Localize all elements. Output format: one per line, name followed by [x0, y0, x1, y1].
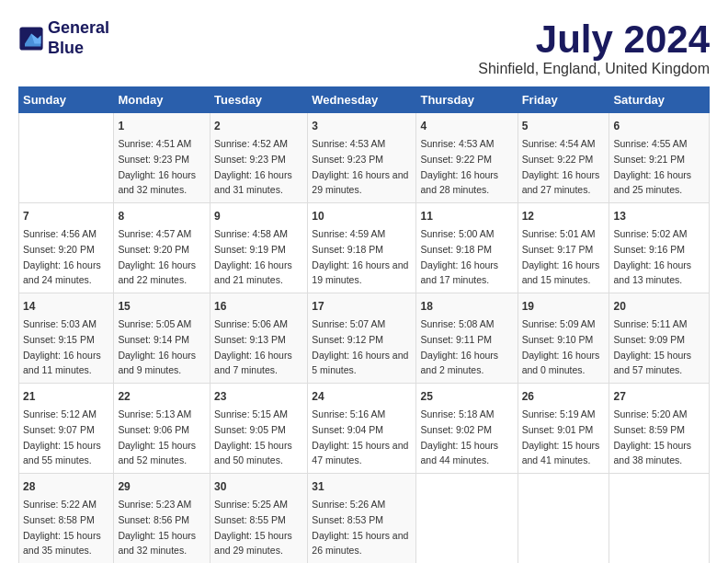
sunset-text: Sunset: 9:05 PM	[214, 424, 286, 435]
daylight-text: Daylight: 16 hours and 13 minutes.	[613, 259, 691, 286]
day-number: 2	[214, 118, 303, 134]
weekday-header: Wednesday	[308, 87, 416, 113]
weekday-header: Friday	[518, 87, 609, 113]
calendar-cell: 2Sunrise: 4:52 AMSunset: 9:23 PMDaylight…	[210, 113, 308, 203]
day-number: 23	[214, 388, 303, 405]
page-header: GeneralBlue July 2024 Shinfield, England…	[18, 18, 710, 77]
day-number: 12	[522, 208, 606, 224]
sunrise-text: Sunrise: 4:59 AM	[312, 228, 385, 239]
calendar-cell: 4Sunrise: 4:53 AMSunset: 9:22 PMDaylight…	[416, 113, 518, 203]
day-number: 1	[118, 118, 206, 134]
calendar-cell: 5Sunrise: 4:54 AMSunset: 9:22 PMDaylight…	[518, 113, 609, 203]
calendar-cell: 9Sunrise: 4:58 AMSunset: 9:19 PMDaylight…	[210, 203, 308, 293]
daylight-text: Daylight: 16 hours and 7 minutes.	[214, 350, 292, 376]
sunset-text: Sunset: 9:18 PM	[420, 244, 492, 255]
sunrise-text: Sunrise: 4:54 AM	[522, 138, 596, 149]
main-title: July 2024	[478, 18, 710, 61]
sunrise-text: Sunrise: 5:08 AM	[420, 318, 494, 329]
daylight-text: Daylight: 16 hours and 9 minutes.	[118, 350, 196, 376]
calendar-cell: 13Sunrise: 5:02 AMSunset: 9:16 PMDayligh…	[609, 203, 710, 293]
sunset-text: Sunset: 9:06 PM	[118, 424, 189, 435]
sunrise-text: Sunrise: 4:51 AM	[118, 138, 191, 149]
calendar-cell: 20Sunrise: 5:11 AMSunset: 9:09 PMDayligh…	[609, 293, 710, 384]
daylight-text: Daylight: 15 hours and 32 minutes.	[118, 530, 196, 557]
calendar-cell	[518, 474, 609, 563]
sunrise-text: Sunrise: 5:23 AM	[118, 499, 191, 510]
calendar-cell: 22Sunrise: 5:13 AMSunset: 9:06 PMDayligh…	[114, 384, 210, 474]
daylight-text: Daylight: 15 hours and 26 minutes.	[312, 530, 408, 557]
daylight-text: Daylight: 16 hours and 2 minutes.	[420, 350, 498, 376]
sunrise-text: Sunrise: 5:13 AM	[118, 408, 191, 419]
daylight-text: Daylight: 16 hours and 32 minutes.	[118, 169, 196, 196]
day-number: 17	[312, 298, 412, 315]
calendar-cell: 30Sunrise: 5:25 AMSunset: 8:55 PMDayligh…	[210, 474, 308, 563]
sunrise-text: Sunrise: 4:53 AM	[312, 138, 385, 149]
day-number: 10	[312, 208, 412, 224]
weekday-header: Tuesday	[210, 87, 308, 113]
calendar-cell	[19, 113, 114, 203]
calendar-week-row: 7Sunrise: 4:56 AMSunset: 9:20 PMDaylight…	[19, 203, 710, 293]
sunrise-text: Sunrise: 4:55 AM	[613, 138, 687, 149]
day-number: 6	[613, 118, 705, 134]
sunrise-text: Sunrise: 5:20 AM	[613, 408, 687, 419]
calendar-cell: 31Sunrise: 5:26 AMSunset: 8:53 PMDayligh…	[308, 474, 416, 563]
sunset-text: Sunset: 9:11 PM	[420, 334, 492, 345]
sunset-text: Sunset: 9:15 PM	[23, 334, 95, 345]
title-block: July 2024 Shinfield, England, United Kin…	[478, 18, 710, 77]
daylight-text: Daylight: 16 hours and 24 minutes.	[23, 259, 101, 286]
daylight-text: Daylight: 16 hours and 19 minutes.	[312, 259, 408, 286]
sunset-text: Sunset: 9:12 PM	[312, 334, 383, 345]
weekday-header-row: SundayMondayTuesdayWednesdayThursdayFrid…	[19, 87, 710, 113]
weekday-header: Saturday	[609, 87, 710, 113]
sunset-text: Sunset: 9:14 PM	[118, 334, 189, 345]
day-number: 8	[118, 208, 206, 224]
sunset-text: Sunset: 9:02 PM	[420, 424, 492, 435]
calendar-cell: 26Sunrise: 5:19 AMSunset: 9:01 PMDayligh…	[518, 384, 609, 474]
calendar-cell: 24Sunrise: 5:16 AMSunset: 9:04 PMDayligh…	[308, 384, 416, 474]
daylight-text: Daylight: 15 hours and 47 minutes.	[312, 440, 408, 466]
daylight-text: Daylight: 15 hours and 35 minutes.	[23, 530, 101, 557]
calendar-cell: 11Sunrise: 5:00 AMSunset: 9:18 PMDayligh…	[416, 203, 518, 293]
sunrise-text: Sunrise: 5:19 AM	[522, 408, 596, 419]
sunrise-text: Sunrise: 5:11 AM	[613, 318, 687, 329]
calendar-cell: 7Sunrise: 4:56 AMSunset: 9:20 PMDaylight…	[19, 203, 114, 293]
subtitle: Shinfield, England, United Kingdom	[478, 61, 710, 77]
sunrise-text: Sunrise: 5:07 AM	[312, 318, 385, 329]
day-number: 9	[214, 208, 303, 224]
sunset-text: Sunset: 9:23 PM	[118, 154, 189, 165]
sunset-text: Sunset: 8:53 PM	[312, 514, 383, 525]
day-number: 16	[214, 298, 303, 315]
day-number: 26	[522, 388, 606, 405]
day-number: 5	[522, 118, 606, 134]
calendar-cell: 23Sunrise: 5:15 AMSunset: 9:05 PMDayligh…	[210, 384, 308, 474]
daylight-text: Daylight: 16 hours and 15 minutes.	[522, 259, 600, 286]
day-number: 21	[23, 388, 109, 405]
sunset-text: Sunset: 8:58 PM	[23, 514, 95, 525]
calendar-cell: 17Sunrise: 5:07 AMSunset: 9:12 PMDayligh…	[308, 293, 416, 384]
daylight-text: Daylight: 16 hours and 25 minutes.	[613, 169, 691, 196]
sunset-text: Sunset: 9:13 PM	[214, 334, 286, 345]
sunrise-text: Sunrise: 5:03 AM	[23, 318, 97, 329]
calendar-cell: 18Sunrise: 5:08 AMSunset: 9:11 PMDayligh…	[416, 293, 518, 384]
sunrise-text: Sunrise: 5:25 AM	[214, 499, 288, 510]
sunset-text: Sunset: 9:23 PM	[312, 154, 383, 165]
daylight-text: Daylight: 15 hours and 52 minutes.	[118, 440, 196, 466]
logo-icon	[18, 26, 44, 52]
sunset-text: Sunset: 8:55 PM	[214, 514, 286, 525]
calendar-cell: 29Sunrise: 5:23 AMSunset: 8:56 PMDayligh…	[114, 474, 210, 563]
day-number: 15	[118, 298, 206, 315]
daylight-text: Daylight: 16 hours and 21 minutes.	[214, 259, 292, 286]
sunset-text: Sunset: 9:21 PM	[613, 154, 685, 165]
calendar-week-row: 21Sunrise: 5:12 AMSunset: 9:07 PMDayligh…	[19, 384, 710, 474]
sunrise-text: Sunrise: 5:02 AM	[613, 228, 687, 239]
daylight-text: Daylight: 15 hours and 50 minutes.	[214, 440, 292, 466]
daylight-text: Daylight: 16 hours and 17 minutes.	[420, 259, 498, 286]
daylight-text: Daylight: 16 hours and 22 minutes.	[118, 259, 196, 286]
calendar-cell: 28Sunrise: 5:22 AMSunset: 8:58 PMDayligh…	[19, 474, 114, 563]
sunset-text: Sunset: 9:19 PM	[214, 244, 286, 255]
daylight-text: Daylight: 16 hours and 27 minutes.	[522, 169, 600, 196]
calendar-cell: 8Sunrise: 4:57 AMSunset: 9:20 PMDaylight…	[114, 203, 210, 293]
calendar-cell	[609, 474, 710, 563]
sunrise-text: Sunrise: 5:09 AM	[522, 318, 596, 329]
daylight-text: Daylight: 15 hours and 44 minutes.	[420, 440, 498, 466]
